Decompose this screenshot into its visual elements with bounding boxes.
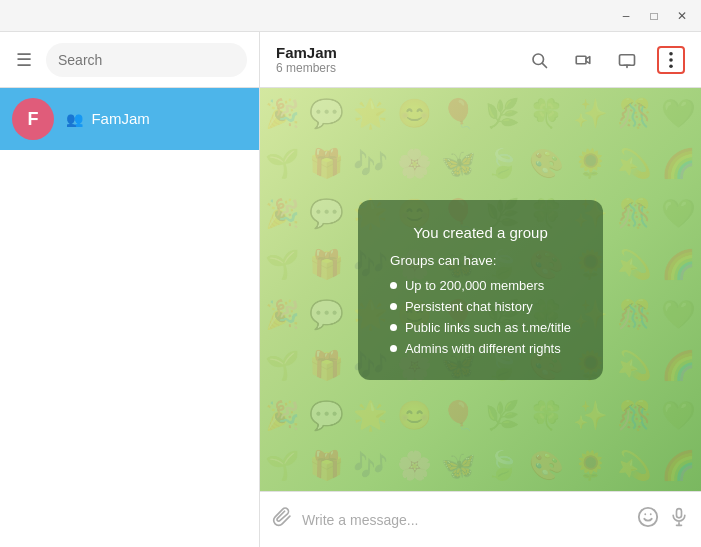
- group-icon: 👥: [66, 111, 83, 127]
- chat-background: 🎉💬🌟😊🎈🌿🍀✨🎊💚 🌱🎁🎶🌸🦋🍃🎨🌻💫🌈 🎉💬🌟😊🎈🌿🍀✨🎊💚 🌱🎁🎶🌸🦋🍃🎨…: [260, 88, 701, 491]
- chat-area: FamJam 6 members: [260, 32, 701, 547]
- info-card-list: Up to 200,000 members Persistent chat hi…: [390, 278, 571, 356]
- screen-share-button[interactable]: [613, 46, 641, 74]
- bullet-icon: [390, 282, 397, 289]
- list-item: Persistent chat history: [390, 299, 571, 314]
- chat-list-item-famjam[interactable]: F 👥 FamJam: [0, 88, 259, 150]
- hamburger-icon[interactable]: ☰: [12, 49, 36, 71]
- svg-rect-3: [620, 54, 635, 65]
- call-button[interactable]: [569, 46, 597, 74]
- search-input[interactable]: [58, 52, 235, 68]
- search-button[interactable]: [525, 46, 553, 74]
- svg-point-8: [669, 64, 673, 68]
- header-icons: [525, 46, 685, 74]
- emoji-icon[interactable]: [637, 506, 659, 533]
- avatar: F: [12, 98, 54, 140]
- svg-point-9: [639, 508, 657, 526]
- more-options-button[interactable]: [657, 46, 685, 74]
- list-item: Admins with different rights: [390, 341, 571, 356]
- svg-point-7: [669, 58, 673, 62]
- svg-rect-2: [576, 56, 586, 64]
- svg-rect-12: [677, 509, 682, 518]
- close-button[interactable]: ✕: [671, 5, 693, 27]
- chat-name: FamJam: [276, 44, 525, 61]
- mic-icon[interactable]: [669, 507, 689, 532]
- chat-item-name: 👥 FamJam: [66, 110, 150, 128]
- chat-header: FamJam 6 members: [260, 32, 701, 88]
- sidebar: ☰ F 👥 FamJam: [0, 32, 260, 547]
- chat-input-bar: [260, 491, 701, 547]
- svg-point-6: [669, 51, 673, 55]
- bullet-icon: [390, 345, 397, 352]
- chat-members: 6 members: [276, 61, 525, 75]
- list-item: Up to 200,000 members: [390, 278, 571, 293]
- chat-header-info: FamJam 6 members: [276, 44, 525, 75]
- search-box[interactable]: [46, 43, 247, 77]
- attach-icon[interactable]: [272, 507, 292, 532]
- title-bar: – □ ✕: [0, 0, 701, 32]
- info-card: You created a group Groups can have: Up …: [358, 200, 603, 380]
- main-layout: ☰ F 👥 FamJam FamJam 6 members: [0, 32, 701, 547]
- list-item: Public links such as t.me/title: [390, 320, 571, 335]
- message-input[interactable]: [302, 512, 627, 528]
- bullet-icon: [390, 324, 397, 331]
- bullet-icon: [390, 303, 397, 310]
- maximize-button[interactable]: □: [643, 5, 665, 27]
- sidebar-header: ☰: [0, 32, 259, 88]
- svg-line-1: [542, 63, 546, 67]
- info-card-title: You created a group: [390, 224, 571, 241]
- minimize-button[interactable]: –: [615, 5, 637, 27]
- info-card-subtitle: Groups can have:: [390, 253, 571, 268]
